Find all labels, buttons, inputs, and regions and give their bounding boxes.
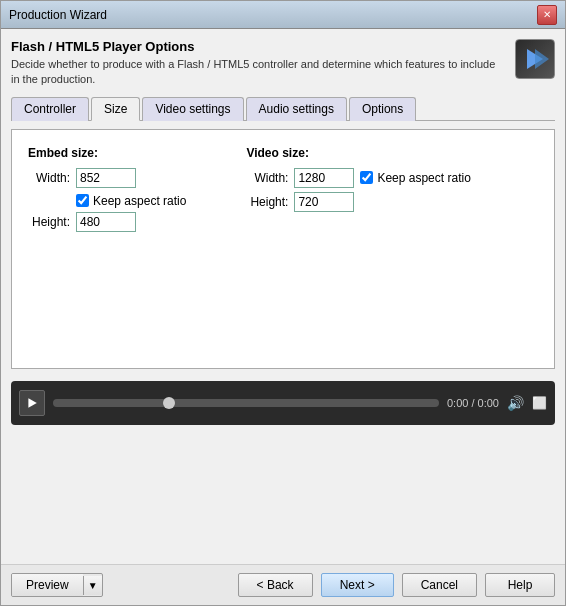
svg-marker-1 xyxy=(535,49,549,69)
embed-width-input[interactable] xyxy=(76,168,136,188)
svg-marker-2 xyxy=(28,398,36,408)
flash-icon xyxy=(521,45,549,73)
play-icon xyxy=(26,397,38,409)
close-button[interactable]: ✕ xyxy=(537,5,557,25)
preview-button[interactable]: Preview xyxy=(12,574,83,596)
embed-height-label: Height: xyxy=(28,215,70,229)
time-display: 0:00 / 0:00 xyxy=(447,397,499,409)
volume-icon[interactable]: 🔊 xyxy=(507,395,524,411)
progress-handle[interactable] xyxy=(163,397,175,409)
cancel-button[interactable]: Cancel xyxy=(402,573,477,597)
next-button[interactable]: Next > xyxy=(321,573,394,597)
video-height-label: Height: xyxy=(246,195,288,209)
video-size-label: Video size: xyxy=(246,146,470,160)
tab-options[interactable]: Options xyxy=(349,97,416,121)
tab-audio-settings[interactable]: Audio settings xyxy=(246,97,347,121)
video-keep-aspect-checkbox[interactable] xyxy=(360,171,373,184)
tab-video-settings[interactable]: Video settings xyxy=(142,97,243,121)
header-title: Flash / HTML5 Player Options xyxy=(11,39,505,54)
video-width-input[interactable] xyxy=(294,168,354,188)
embed-height-input[interactable] xyxy=(76,212,136,232)
header: Flash / HTML5 Player Options Decide whet… xyxy=(11,39,555,88)
embed-height-row: Height: xyxy=(28,212,186,232)
progress-bar[interactable] xyxy=(53,399,439,407)
close-icon: ✕ xyxy=(543,9,551,20)
video-keep-aspect-label: Keep aspect ratio xyxy=(377,171,470,185)
embed-width-label: Width: xyxy=(28,171,70,185)
header-description: Decide whether to produce with a Flash /… xyxy=(11,57,505,88)
back-button[interactable]: < Back xyxy=(238,573,313,597)
title-bar: Production Wizard ✕ xyxy=(1,1,565,29)
play-button[interactable] xyxy=(19,390,45,416)
embed-keep-aspect-label: Keep aspect ratio xyxy=(93,194,186,208)
video-size-group: Video size: Width: Keep aspect ratio Hei… xyxy=(246,146,470,232)
embed-keep-aspect-checkbox[interactable] xyxy=(76,194,89,207)
help-button[interactable]: Help xyxy=(485,573,555,597)
footer: Preview ▼ < Back Next > Cancel Help xyxy=(1,564,565,605)
size-panel: Embed size: Width: Keep aspect ratio Hei… xyxy=(11,129,555,369)
video-aspect-inline: Keep aspect ratio xyxy=(360,171,470,185)
embed-width-row: Width: xyxy=(28,168,186,188)
embed-aspect-row: Keep aspect ratio xyxy=(76,194,186,208)
fullscreen-icon[interactable]: ⬜ xyxy=(532,396,547,410)
production-wizard-window: Production Wizard ✕ Flash / HTML5 Player… xyxy=(0,0,566,606)
tab-controller[interactable]: Controller xyxy=(11,97,89,121)
preview-group: Preview ▼ xyxy=(11,573,103,597)
player-icon xyxy=(515,39,555,79)
video-player: 0:00 / 0:00 🔊 ⬜ xyxy=(11,381,555,425)
window-title: Production Wizard xyxy=(9,8,537,22)
size-fields-row: Embed size: Width: Keep aspect ratio Hei… xyxy=(28,146,538,232)
video-width-row: Width: Keep aspect ratio xyxy=(246,168,470,188)
embed-size-group: Embed size: Width: Keep aspect ratio Hei… xyxy=(28,146,186,232)
preview-dropdown-button[interactable]: ▼ xyxy=(83,576,102,595)
video-height-input[interactable] xyxy=(294,192,354,212)
header-text: Flash / HTML5 Player Options Decide whet… xyxy=(11,39,505,88)
main-content: Flash / HTML5 Player Options Decide whet… xyxy=(1,29,565,564)
tabs-container: Controller Size Video settings Audio set… xyxy=(11,96,555,121)
embed-size-label: Embed size: xyxy=(28,146,186,160)
video-height-row: Height: xyxy=(246,192,470,212)
tab-size[interactable]: Size xyxy=(91,97,140,121)
video-width-label: Width: xyxy=(246,171,288,185)
